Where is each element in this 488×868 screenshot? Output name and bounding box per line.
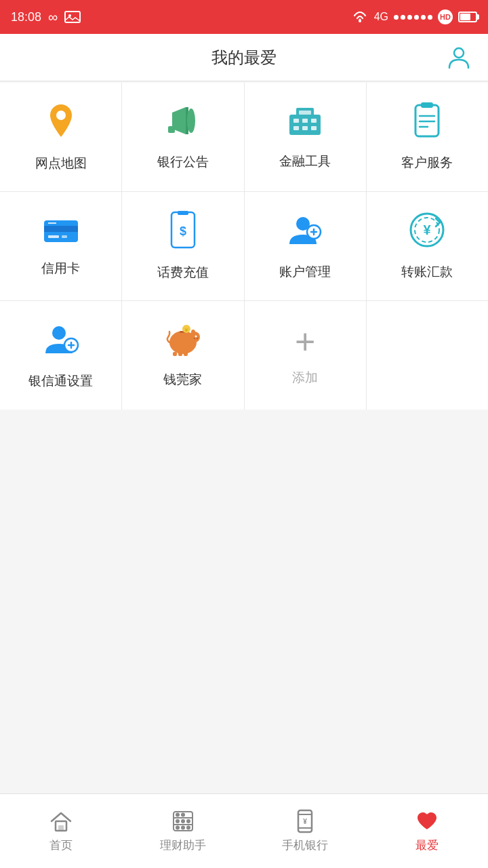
finance-tools-icon — [287, 104, 323, 143]
grid-cell-yinxintong[interactable]: 银信通设置 — [0, 301, 122, 410]
svg-point-45 — [195, 336, 197, 338]
battery-icon — [458, 12, 477, 22]
svg-rect-12 — [293, 119, 299, 123]
status-right: 4G HD — [351, 9, 477, 24]
svg-point-2 — [359, 20, 361, 22]
nav-item-finance-helper[interactable]: 理财助手 — [122, 794, 244, 868]
map-icon — [43, 102, 79, 145]
svg-point-46 — [197, 338, 198, 339]
svg-point-59 — [176, 819, 180, 823]
svg-point-66 — [186, 826, 190, 830]
grid-cell-account-mgmt[interactable]: 账户管理 — [245, 192, 367, 300]
header: 我的最爱 — [0, 34, 488, 81]
svg-point-61 — [186, 819, 190, 823]
yinxintong-label: 银信通设置 — [28, 372, 93, 390]
infinity-icon: ∞ — [48, 9, 58, 25]
grid-cell-empty — [367, 301, 488, 410]
svg-rect-26 — [62, 235, 67, 238]
page-title: 我的最爱 — [211, 47, 277, 68]
svg-rect-11 — [299, 111, 311, 115]
svg-rect-9 — [289, 115, 321, 135]
grid-cell-map[interactable]: 网点地图 — [0, 83, 122, 191]
credit-card-label: 信用卡 — [41, 260, 80, 277]
add-icon: + — [295, 324, 315, 359]
nav-label-favorites: 最爱 — [415, 837, 439, 853]
grid-cell-finance-tools[interactable]: 金融工具 — [245, 83, 367, 191]
nav-item-home[interactable]: 首页 — [0, 794, 122, 868]
svg-text:¥: ¥ — [184, 327, 188, 333]
add-label: 添加 — [292, 369, 318, 387]
bottom-nav: 首页 理财助手 ¥ 手机银行 最爱 — [0, 793, 488, 868]
image-icon — [64, 11, 81, 23]
hb-badge: HD — [438, 9, 453, 24]
customer-service-label: 客户服务 — [401, 154, 453, 172]
svg-text:$: $ — [180, 224, 186, 238]
svg-rect-55 — [58, 825, 64, 831]
svg-point-60 — [181, 819, 185, 823]
signal-dots — [394, 15, 432, 20]
grid-cell-transfer[interactable]: ¥ 转账汇款 — [367, 192, 488, 300]
svg-rect-8 — [168, 126, 175, 133]
transfer-label: 转账汇款 — [401, 263, 453, 281]
svg-rect-19 — [421, 102, 433, 108]
grid-cell-notice[interactable]: 银行公告 — [122, 83, 244, 191]
grid-cell-recharge[interactable]: $ 话费充值 — [122, 192, 244, 300]
notice-label: 银行公告 — [157, 153, 209, 171]
svg-text:¥: ¥ — [303, 818, 307, 825]
svg-rect-13 — [302, 119, 308, 123]
qianguanjia-icon: ¥ — [165, 322, 201, 361]
svg-rect-51 — [184, 352, 188, 356]
time-display: 18:08 — [11, 10, 41, 24]
nav-label-mobile-banking: 手机银行 — [282, 837, 328, 853]
grid-cell-qianguanjia[interactable]: ¥ 钱莞家 — [122, 301, 244, 410]
mobile-banking-icon: ¥ — [293, 809, 317, 833]
qianguanjia-label: 钱莞家 — [163, 371, 202, 389]
svg-point-38 — [52, 326, 66, 340]
wifi-icon — [351, 10, 369, 24]
nav-label-home: 首页 — [49, 837, 73, 853]
grid-cell-customer-service[interactable]: 客户服务 — [367, 83, 488, 191]
avatar-button[interactable] — [446, 43, 472, 72]
svg-point-64 — [176, 826, 180, 830]
svg-rect-14 — [311, 119, 317, 123]
svg-point-3 — [454, 48, 464, 58]
svg-rect-25 — [48, 235, 59, 238]
nav-item-favorites[interactable]: 最爱 — [366, 794, 488, 868]
svg-rect-50 — [178, 352, 182, 356]
svg-rect-24 — [44, 226, 78, 232]
svg-point-63 — [181, 813, 185, 817]
recharge-label: 话费充值 — [157, 264, 209, 281]
heart-icon — [415, 809, 439, 833]
svg-text:¥: ¥ — [424, 222, 432, 237]
svg-point-62 — [176, 813, 180, 817]
grid-row-3: 银信通设置 — [0, 301, 488, 410]
svg-point-65 — [181, 826, 185, 830]
recharge-icon: $ — [169, 211, 197, 254]
svg-point-47 — [194, 338, 195, 339]
svg-rect-16 — [302, 126, 308, 130]
svg-rect-15 — [293, 126, 299, 130]
finance-tools-label: 金融工具 — [279, 153, 331, 170]
abacus-icon — [171, 809, 195, 833]
map-label: 网点地图 — [35, 155, 87, 172]
status-left: 18:08 ∞ — [11, 9, 81, 25]
svg-point-44 — [191, 330, 195, 335]
nav-label-finance-helper: 理财助手 — [160, 837, 206, 853]
svg-point-7 — [187, 108, 195, 133]
grid-cell-credit-card[interactable]: 信用卡 — [0, 192, 122, 300]
status-bar: 18:08 ∞ 4G HD — [0, 0, 488, 34]
svg-rect-29 — [178, 211, 188, 215]
svg-point-4 — [56, 111, 66, 120]
account-mgmt-icon — [287, 212, 323, 254]
grid-cell-add[interactable]: + 添加 — [245, 301, 367, 410]
notice-icon — [165, 103, 201, 144]
account-mgmt-label: 账户管理 — [279, 263, 331, 281]
transfer-icon: ¥ — [409, 212, 445, 254]
svg-rect-17 — [311, 126, 317, 130]
grid-row-2: 信用卡 $ 话费充值 账户管理 — [0, 192, 488, 301]
nav-item-mobile-banking[interactable]: ¥ 手机银行 — [244, 794, 366, 868]
customer-service-icon — [410, 102, 444, 144]
credit-card-icon — [43, 215, 79, 250]
favorites-grid: 网点地图 银行公告 — [0, 83, 488, 410]
yinxintong-icon — [43, 321, 79, 363]
